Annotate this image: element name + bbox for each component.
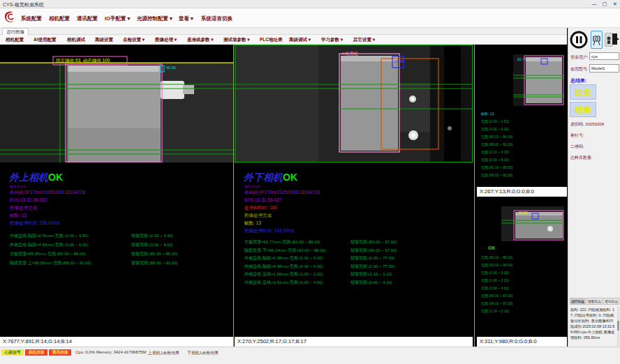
tool-spotcheck-set[interactable]: 点检设置 ▾	[123, 37, 145, 43]
thumb-line: 范围:(81.00 ~ 85.00)	[481, 165, 512, 169]
thumb-bottom-coords: X:311;Y:980;R:0;G:0;B:0	[477, 337, 567, 347]
tab-run-image[interactable]: 运行图像	[2, 28, 29, 35]
left-status: 图像处理完成	[10, 205, 37, 211]
camera-link-badge: 相机连接	[25, 349, 47, 356]
comm-link-badge: 通讯连接	[49, 349, 71, 356]
model-field[interactable]: Model1	[589, 64, 619, 73]
middle-barcode: 条码码:0F1Tline20250208133134728	[244, 190, 320, 196]
middle-pixel-coords: X:270;Y:2502;R:17;G:17;B:17	[235, 337, 473, 347]
measurement-alarm: 报警范围:(89.00 ~ 91.00)	[131, 260, 178, 266]
measurement-alarm: 报警范围:(2.00 ~ 77.00)	[350, 255, 394, 261]
camera-check-button[interactable]	[591, 31, 603, 49]
toolbar: 相机配置 AI使用配置 相机调试 高级设置 点检设置 ▾ 图像处理 ▾ 基准线参…	[0, 35, 567, 45]
title-bar: CYS-视觉检测系统 — ▢ ✕	[0, 0, 620, 8]
stock-count-label: 总料库数量:	[570, 155, 593, 161]
thumb-line: 范围:(3.00 ~ 6.00)	[481, 127, 509, 131]
middle-status: 图像处理完成	[244, 213, 272, 219]
lower-camera-check-link[interactable]: 下相机1点检结果	[187, 350, 219, 356]
measurement-alarm: 报警范围:(2.20 ~ 3.30)	[131, 233, 173, 239]
qrcode-label: 二维码:	[570, 144, 584, 150]
thumb-top-panel[interactable]: 83.77 帧数: 13 范围:(2.00 ~ 3.50) 范围:(3.00 ~…	[477, 45, 567, 187]
main-window: CYS-视觉检测系统 — ▢ ✕ 系统配置 相机配置 通讯配置 IO手配置 ▾ …	[0, 0, 620, 364]
thumb-bottom-image	[501, 206, 564, 241]
thumb-line: 范围:(94.00 ~ 97.00)	[481, 301, 512, 305]
tool-advanced-set[interactable]: 高级设置	[95, 37, 113, 43]
measurement-alarm: 报警范围:(0.00 ~ 8.00)	[131, 242, 173, 248]
thumb-line: 范围:(88.00 ~ 92.00)	[481, 142, 512, 146]
thumb-top-image	[513, 54, 564, 106]
thumb-line: 范围:(82.00 ~ 88.00)	[481, 255, 512, 259]
tool-advanced-debug[interactable]: 高级调试 ▾	[289, 37, 311, 43]
log-tab-run[interactable]: 运行日志	[570, 298, 586, 305]
status-bar: 心跳信号 相机连接 通讯连接 Cpu: 0.0% Memory: 3424.41…	[0, 347, 620, 364]
minimize-button[interactable]: —	[589, 1, 599, 8]
measurement-alarm: 报警范围:(83.00 ~ 87.00)	[350, 239, 397, 245]
log-tab-alarm[interactable]: 报警日志	[586, 298, 603, 305]
tool-learn-params[interactable]: 学习参数 ▾	[321, 37, 343, 43]
tool-image-process[interactable]: 图像处理 ▾	[155, 37, 177, 43]
measurement-name: 隔膜宽度-下=95.24mm 范围:(93.00 ~ 98.00)	[244, 248, 326, 254]
measurement-name: 主极宽度=83.77mm 范围:(82.00 ~ 88.00)	[244, 239, 320, 245]
login-user-field[interactable]: cys	[589, 52, 619, 60]
middle-ai-time: 处理AI耗时: 166	[244, 205, 277, 211]
upper-camera-check-link[interactable]: 上相机1点检结果	[148, 350, 179, 356]
left-width-overlay: 90.56	[166, 66, 176, 70]
thumb-line: 范围:(93.00 ~ 98.00)	[481, 263, 512, 267]
panel-separator	[233, 45, 234, 347]
thumb-line: 范围:(0.00 ~ 9.00)	[481, 271, 509, 275]
login-user-label: 登录用户:	[570, 54, 589, 61]
thumb-line: 范围:(83.00 ~ 87.00)	[481, 294, 512, 298]
pause-button[interactable]	[570, 31, 588, 49]
left-output-point: 输出点位1	[10, 184, 26, 188]
tool-plc-table[interactable]: PLC地址表	[260, 37, 283, 43]
measurement-name: 主极宽度=83.05mm 范围:(80.00 ~ 86.00)	[10, 251, 86, 257]
tool-ai-config[interactable]: AI使用配置	[34, 37, 57, 43]
measurement-name: 内侧直线-隔膜=4.38mm 范围:(0.00 ~ 9.00)	[244, 264, 323, 270]
thumb-line: 范围:(1.00 ~ 2.20)	[481, 278, 509, 282]
pause-icon	[570, 31, 588, 49]
exit-button[interactable]	[612, 31, 620, 49]
middle-camera-image[interactable]	[235, 45, 473, 162]
left-time: 时间:13-31-59-650	[10, 197, 47, 204]
close-button[interactable]: ✕	[610, 1, 620, 8]
app-logo-icon	[3, 10, 17, 28]
measurement-alarm: 报警范围:(1.10 ~ 2.10)	[350, 271, 392, 278]
thumb-line: 帧数: 13	[481, 112, 494, 116]
menu-io-config[interactable]: IO手配置 ▾	[105, 15, 130, 22]
tool-baseline-params[interactable]: 基准线参数 ▾	[187, 37, 214, 43]
tab-strip: 运行图像	[0, 28, 567, 35]
left-proc-time: 图像处理时间: 256.00ms	[10, 220, 59, 227]
tool-camera-debug[interactable]: 相机调试	[67, 37, 85, 43]
left-pixel-coords: X:7677;Y:891;R:14;G:14;B:14	[0, 337, 233, 347]
menu-view[interactable]: 查看 ▾	[179, 15, 193, 22]
menu-light-config[interactable]: 光源控制配置 ▾	[137, 15, 172, 22]
menu-comm-config[interactable]: 通讯配置	[77, 15, 98, 22]
heartbeat-badge: 心跳信号	[1, 349, 24, 356]
cpu-memory-status: Cpu: 0.0% Memory: 3424.41796875M	[75, 350, 146, 354]
maximize-button[interactable]: ▢	[600, 1, 610, 8]
log-scrollbar[interactable]	[617, 307, 619, 347]
tool-other-settings[interactable]: 其它设置 ▾	[353, 37, 375, 43]
left-camera-image[interactable]	[0, 45, 233, 162]
left-frames: 帧数: 13	[10, 213, 27, 219]
tool-test-params[interactable]: 测试项参数 ▾	[223, 37, 250, 43]
log-tab-comm[interactable]: 通讯日志	[603, 298, 619, 305]
thumb-bottom-panel[interactable]: 90.56 OK 范围:(82.00 ~ 88.00) 范围:(93.00 ~ …	[477, 197, 567, 337]
left-camera-title: 外上相机OK	[9, 172, 63, 184]
menu-system-config[interactable]: 系统配置	[21, 15, 42, 22]
middle-frames: 帧数: 13	[244, 220, 261, 227]
thumb-line: 范围:(89.00 ~ 91.00)	[481, 173, 512, 177]
menu-camera-config[interactable]: 相机配置	[49, 15, 70, 22]
middle-camera-title: 外下相机OK	[244, 172, 297, 184]
menu-language-switch[interactable]: 系统语言切换	[201, 15, 232, 22]
exit-door-icon	[612, 31, 620, 49]
tool-camera-config[interactable]: 相机配置	[6, 37, 24, 43]
thumb-top-value: 83.77	[517, 57, 526, 61]
scrollbar-thumb[interactable]	[617, 321, 619, 331]
panel-separator	[474, 45, 475, 347]
thumb-line: 范围:(1.10 ~ 2.10)	[481, 309, 509, 313]
thumb-line: 范围:(80.00 ~ 86.00)	[481, 135, 512, 139]
result-box-2: 结果	[570, 102, 596, 117]
thumb-line: 范围:(2.20 ~ 3.30)	[481, 150, 509, 154]
thumb-bottom-value: 90.56	[519, 211, 528, 215]
